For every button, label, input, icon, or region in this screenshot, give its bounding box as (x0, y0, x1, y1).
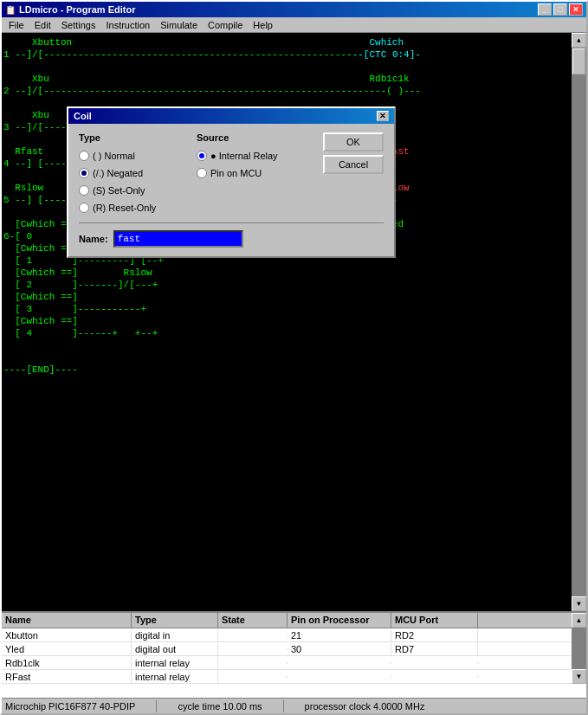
col-name-header: Name (2, 613, 132, 628)
title-bar: 📋 LDmicro - Program Editor _ □ ✕ (2, 2, 586, 17)
menu-settings[interactable]: Settings (56, 19, 101, 31)
radio-pin-circle (197, 168, 207, 178)
status-bar: Microchip PIC16F877 40-PDIP cycle time 1… (2, 698, 586, 713)
scroll-track[interactable] (572, 48, 586, 596)
cycle-info: cycle time 10.00 ms (178, 701, 262, 712)
radio-internal-label: ● Internal Relay (210, 151, 278, 161)
minimize-button[interactable]: _ (538, 3, 552, 16)
ok-button[interactable]: OK (323, 132, 384, 151)
radio-negated[interactable]: (/.) Negated (79, 165, 179, 181)
table-scroll-area: Name Type State Pin on Processor MCU Por… (2, 613, 586, 684)
dialog-divider (79, 222, 384, 223)
radio-set-only[interactable]: (S) Set-Only (79, 183, 179, 198)
clock-info: processor clock 4.0000 MHz (305, 701, 425, 712)
cell-name-2: Rdb1clk (2, 657, 132, 669)
radio-negated-circle (79, 168, 89, 178)
cell-type-1: digital out (132, 643, 218, 655)
menu-file[interactable]: File (3, 19, 29, 31)
source-label: Source (197, 132, 297, 143)
menu-simulate[interactable]: Simulate (155, 19, 203, 31)
scroll-down-button[interactable]: ▼ (572, 596, 586, 611)
type-label: Type (79, 132, 179, 143)
scroll-thumb[interactable] (572, 48, 585, 74)
radio-pin-mcu[interactable]: Pin on MCU (197, 165, 297, 181)
table-row[interactable]: RFast internal relay (2, 670, 572, 684)
table-scroll-up[interactable]: ▲ (572, 613, 586, 628)
menu-instruction[interactable]: Instruction (100, 19, 155, 31)
cell-state-3 (218, 676, 288, 678)
source-column: Source ● Internal Relay Pin on MCU (197, 132, 297, 216)
dialog-close-button[interactable]: ✕ (377, 111, 389, 121)
processor-info: Microchip PIC16F877 40-PDIP (5, 701, 135, 712)
cell-mcu-3 (391, 676, 478, 678)
close-button[interactable]: ✕ (569, 3, 583, 16)
type-column: Type ( ) Normal (/.) Negated (79, 132, 179, 216)
menu-help[interactable]: Help (248, 19, 278, 31)
table-scroll-down[interactable]: ▼ (572, 669, 586, 684)
app-window: 📋 LDmicro - Program Editor _ □ ✕ File Ed… (0, 0, 588, 715)
menu-bar: File Edit Settings Instruction Simulate … (2, 17, 586, 33)
cell-pin-2 (288, 662, 391, 664)
col-state-header: State (218, 613, 288, 628)
radio-reset-only[interactable]: (R) Reset-Only (79, 200, 179, 216)
title-bar-controls[interactable]: _ □ ✕ (538, 3, 583, 16)
dialog-main-row: Type ( ) Normal (/.) Negated (79, 132, 384, 216)
modal-overlay: Coil ✕ Type ( ) Normal (2, 33, 572, 611)
menu-edit[interactable]: Edit (29, 19, 56, 31)
table-scrollbar[interactable]: ▲ ▼ (572, 613, 586, 684)
cell-state-0 (218, 634, 288, 636)
radio-internal-circle (197, 151, 207, 161)
symbol-table: Name Type State Pin on Processor MCU Por… (2, 611, 586, 698)
coil-dialog: Coil ✕ Type ( ) Normal (67, 106, 396, 258)
radio-set-only-circle (79, 185, 89, 196)
radio-normal-label: ( ) Normal (93, 151, 135, 161)
col-type-header: Type (132, 613, 218, 628)
name-row: Name: (79, 230, 384, 248)
menu-compile[interactable]: Compile (203, 19, 248, 31)
cancel-button[interactable]: Cancel (323, 155, 384, 174)
col-pin-header: Pin on Processor (288, 613, 391, 628)
table-scroll-track[interactable] (572, 628, 586, 669)
radio-normal-circle (79, 151, 89, 161)
app-icon: 📋 (5, 5, 16, 15)
main-area: Xbutton Cwhich 1 --]/[------------------… (2, 33, 586, 611)
window-title: LDmicro - Program Editor (19, 4, 135, 15)
cell-type-2: internal relay (132, 657, 218, 669)
status-sep-1 (156, 700, 157, 712)
cell-pin-1: 30 (288, 643, 391, 655)
name-input[interactable] (113, 230, 243, 248)
cell-type-3: internal relay (132, 671, 218, 683)
radio-reset-only-label: (R) Reset-Only (93, 203, 156, 213)
status-sep-2 (283, 700, 284, 712)
cell-mcu-2 (391, 662, 478, 664)
radio-reset-only-circle (79, 203, 89, 213)
radio-negated-label: (/.) Negated (93, 168, 143, 178)
title-bar-left: 📋 LDmicro - Program Editor (5, 4, 135, 15)
ladder-canvas: Xbutton Cwhich 1 --]/[------------------… (2, 33, 572, 611)
table-row[interactable]: Rdb1clk internal relay (2, 656, 572, 670)
type-radio-group: ( ) Normal (/.) Negated (S) Set-Only (79, 148, 179, 216)
table-row[interactable]: Yled digital out 30 RD7 (2, 642, 572, 656)
cell-state-2 (218, 662, 288, 664)
source-radio-group: ● Internal Relay Pin on MCU (197, 148, 297, 181)
radio-normal[interactable]: ( ) Normal (79, 148, 179, 164)
vertical-scrollbar[interactable]: ▲ ▼ (572, 33, 586, 611)
cell-mcu-0: RD2 (391, 629, 478, 641)
bottom-area: Name Type State Pin on Processor MCU Por… (2, 611, 586, 713)
table-row[interactable]: Xbutton digital in 21 RD2 (2, 628, 572, 642)
dialog-title-text: Coil (74, 111, 92, 121)
dialog-body: Type ( ) Normal (/.) Negated (68, 124, 394, 256)
scroll-up-button[interactable]: ▲ (572, 33, 586, 48)
table-container: Name Type State Pin on Processor MCU Por… (2, 613, 572, 684)
cell-name-3: RFast (2, 671, 132, 683)
cell-mcu-1: RD7 (391, 643, 478, 655)
cell-pin-0: 21 (288, 629, 391, 641)
cell-type-0: digital in (132, 629, 218, 641)
table-rows: Xbutton digital in 21 RD2 Yled digital o… (2, 628, 572, 684)
table-header: Name Type State Pin on Processor MCU Por… (2, 613, 572, 628)
maximize-button[interactable]: □ (553, 3, 567, 16)
name-field-label: Name: (79, 234, 108, 244)
radio-internal-relay[interactable]: ● Internal Relay (197, 148, 297, 164)
cell-name-1: Yled (2, 643, 132, 655)
col-mcu-header: MCU Port (391, 613, 478, 628)
